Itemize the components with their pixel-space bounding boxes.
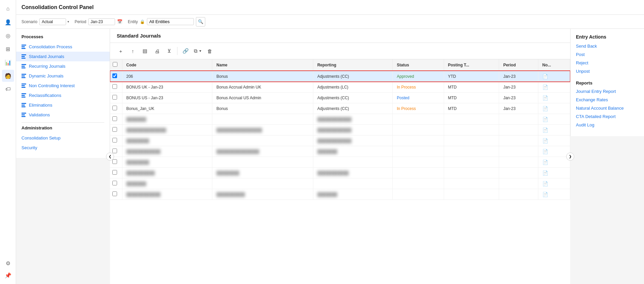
sidebar-item-recurring-journals[interactable]: Recurring Journals: [16, 61, 110, 71]
row-checkbox[interactable]: [112, 159, 117, 164]
row-doc[interactable]: 📄: [538, 178, 570, 189]
table-row[interactable]: BONUS US - Jan-23 Bonus Accrual US Admin…: [110, 93, 570, 103]
row-doc[interactable]: 📄: [538, 93, 570, 103]
scenario-select[interactable]: Actual ▾: [39, 18, 69, 25]
toolbar-separator: [177, 47, 177, 55]
select-all-checkbox[interactable]: [113, 62, 117, 67]
sidebar-item-reclassifications[interactable]: Reclassifications: [16, 91, 110, 100]
table-row[interactable]: ████████ ████████████ 📄: [110, 135, 570, 146]
circle-icon-btn[interactable]: ◎: [2, 30, 14, 42]
post-link[interactable]: Post: [576, 52, 639, 57]
col-name[interactable]: Name: [212, 59, 313, 71]
row-checkbox[interactable]: [112, 127, 117, 132]
calendar-icon[interactable]: 📅: [117, 19, 122, 24]
entity-field[interactable]: All Entities: [147, 18, 194, 25]
sidebar-item-dynamic-journals[interactable]: Dynamic Journals: [16, 71, 110, 81]
row-doc[interactable]: 📄: [538, 146, 570, 157]
reject-link[interactable]: Reject: [576, 60, 639, 65]
person-icon-btn[interactable]: 🧑: [2, 70, 14, 82]
entry-actions-title: Entry Actions: [576, 34, 639, 40]
row-period: Jan-23: [499, 71, 538, 82]
add-btn[interactable]: +: [115, 46, 126, 56]
row-checkbox[interactable]: [112, 149, 117, 153]
copy-btn[interactable]: ⧉ ▾: [192, 46, 203, 56]
row-doc[interactable]: 📄: [538, 71, 570, 82]
row-name: ███████████████: [212, 146, 313, 157]
sidebar-collapse-btn[interactable]: ❮: [106, 153, 114, 161]
row-status: [393, 135, 444, 146]
col-period[interactable]: Period: [499, 59, 538, 71]
unpost-link[interactable]: Unpost: [576, 69, 639, 74]
user-icon-btn[interactable]: 👤: [2, 16, 14, 28]
table-row[interactable]: ███████ ████████████ 📄: [110, 114, 570, 125]
doc-icon: 📄: [542, 192, 548, 197]
row-checkbox[interactable]: [112, 191, 117, 196]
scenario-value: Actual: [39, 18, 66, 25]
row-doc[interactable]: 📄: [538, 114, 570, 125]
delete-btn[interactable]: 🗑: [204, 46, 215, 56]
table-row[interactable]: ████████████ ██████████ ███████ 📄: [110, 189, 570, 200]
right-collapse-btn[interactable]: ❯: [566, 153, 574, 161]
table-row[interactable]: ████████████ ███████████████ ███████ 📄: [110, 146, 570, 157]
row-doc[interactable]: 📄: [538, 103, 570, 114]
row-doc[interactable]: 📄: [538, 82, 570, 93]
row-checkbox[interactable]: [112, 116, 117, 121]
row-doc[interactable]: 📄: [538, 168, 570, 178]
row-checkbox[interactable]: [112, 170, 117, 175]
audit-log-link[interactable]: Audit Log: [576, 122, 639, 127]
cta-detailed-report-link[interactable]: CTA Detailed Report: [576, 114, 639, 119]
natural-account-balance-link[interactable]: Natural Account Balance: [576, 106, 639, 111]
row-posting-type: [444, 178, 499, 189]
sidebar-item-eliminations[interactable]: Eliminations: [16, 100, 110, 110]
send-back-link[interactable]: Send Back: [576, 44, 639, 49]
sidebar-item-consolidation-process[interactable]: Consolidation Process: [16, 42, 110, 52]
col-posting-type[interactable]: Posting T...: [444, 59, 499, 71]
row-checkbox[interactable]: [112, 181, 117, 185]
sidebar-item-validations[interactable]: Validations: [16, 110, 110, 120]
table-row[interactable]: ██████████ ████████ ███████████ 📄: [110, 168, 570, 178]
table-row[interactable]: 206 Bonus Adjustments (CC) Approved YTD …: [110, 71, 570, 82]
col-code[interactable]: Code: [122, 59, 212, 71]
sidebar-item-standard-journals[interactable]: Standard Journals: [16, 52, 110, 61]
row-doc[interactable]: 📄: [538, 135, 570, 146]
tag-icon-btn[interactable]: 🏷: [2, 83, 14, 95]
row-doc[interactable]: 📄: [538, 189, 570, 200]
print-btn[interactable]: 🖨: [152, 46, 162, 56]
col-status[interactable]: Status: [393, 59, 444, 71]
row-checkbox[interactable]: [112, 138, 117, 143]
journals-table: Code Name Reporting Status Posting T... …: [110, 59, 570, 200]
table-row[interactable]: ██████████████ ████████████████ ████████…: [110, 125, 570, 135]
sidebar-item-security[interactable]: Security: [16, 143, 110, 153]
settings-icon-btn[interactable]: ⚙: [2, 257, 14, 269]
link-btn[interactable]: 🔗: [180, 46, 191, 56]
upload-btn[interactable]: ↑: [127, 46, 138, 56]
excel-btn[interactable]: ▤: [140, 46, 150, 56]
col-reporting[interactable]: Reporting: [313, 59, 392, 71]
chart-icon-btn[interactable]: 📊: [2, 56, 14, 68]
table-row[interactable]: ███████ 📄: [110, 178, 570, 189]
grid-icon-btn[interactable]: ⊞: [2, 43, 14, 55]
row-period: Jan-23: [499, 103, 538, 114]
row-doc[interactable]: 📄: [538, 125, 570, 135]
table-row[interactable]: ████████ 📄: [110, 157, 570, 168]
row-reporting: Adjustments (LC): [313, 82, 392, 93]
table-row[interactable]: BONUS UK - Jan-23 Bonus Accrual Admin UK…: [110, 82, 570, 93]
row-checkbox[interactable]: [112, 84, 117, 89]
journal-entry-report-link[interactable]: Journal Entry Report: [576, 89, 639, 94]
home-icon-btn[interactable]: ⌂: [2, 3, 14, 15]
row-checkbox[interactable]: [112, 95, 117, 100]
row-reporting: ████████████: [313, 135, 392, 146]
row-checkbox[interactable]: [112, 106, 117, 110]
entity-search-btn[interactable]: 🔍: [196, 17, 205, 26]
entity-label: Entity: [128, 19, 138, 24]
row-doc[interactable]: 📄: [538, 157, 570, 168]
bars-icon: [21, 113, 26, 117]
row-checkbox[interactable]: [112, 73, 117, 78]
table-row[interactable]: Bonus_Jan_UK Bonus Adjustments (CC) In P…: [110, 103, 570, 114]
sidebar-item-non-controlling-interest[interactable]: Non Controlling Interest: [16, 81, 110, 91]
exchange-rates-link[interactable]: Exchange Rates: [576, 97, 639, 102]
col-no[interactable]: No...: [538, 59, 570, 71]
sidebar-item-consolidation-setup[interactable]: Consolidation Setup: [16, 133, 110, 143]
pin-icon-btn[interactable]: 📌: [2, 269, 14, 281]
filter-btn[interactable]: ⊻: [164, 46, 174, 56]
